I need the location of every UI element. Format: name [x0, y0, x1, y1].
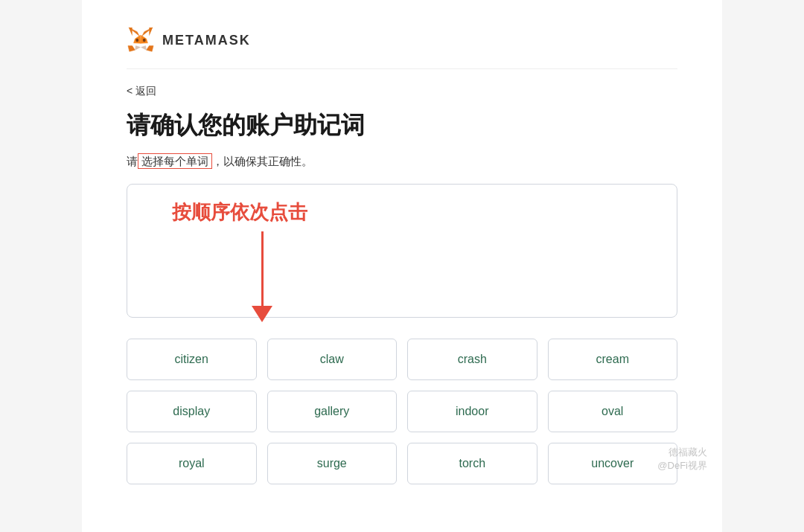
back-link[interactable]: < 返回 [127, 85, 156, 98]
word-btn-citizen[interactable]: citizen [127, 339, 257, 380]
page-container: METAMASK < 返回 请确认您的账户助记词 请选择每个单词，以确保其正确性… [82, 0, 722, 532]
word-btn-royal[interactable]: royal [127, 443, 257, 484]
svg-marker-10 [129, 28, 133, 36]
words-grid: citizenclawcrashcreamdisplaygalleryindoo… [127, 339, 677, 484]
watermark: 德福藏火 @DeFi视界 [657, 446, 707, 472]
arrow-line [261, 231, 264, 306]
svg-point-8 [135, 39, 138, 42]
word-btn-indoor[interactable]: indoor [407, 391, 537, 432]
metamask-logo-icon [127, 27, 155, 54]
arrow-down-icon [217, 231, 307, 322]
svg-point-9 [143, 39, 146, 42]
svg-marker-2 [147, 46, 153, 52]
word-btn-display[interactable]: display [127, 391, 257, 432]
description-prefix: 请 [127, 155, 138, 167]
svg-marker-11 [149, 28, 153, 36]
word-btn-torch[interactable]: torch [407, 443, 537, 484]
selection-area: 按顺序依次点击 [127, 184, 677, 318]
page-title: 请确认您的账户助记词 [127, 110, 677, 141]
word-btn-surge[interactable]: surge [267, 443, 398, 484]
watermark-line1: 德福藏火 [657, 446, 707, 459]
svg-marker-6 [135, 46, 140, 51]
watermark-line2: @DeFi视界 [657, 459, 707, 472]
header: METAMASK [127, 15, 677, 69]
arrow-head [252, 306, 272, 322]
word-btn-oval[interactable]: oval [548, 391, 678, 432]
svg-marker-3 [128, 46, 135, 52]
svg-marker-7 [141, 46, 146, 51]
description: 请选择每个单词，以确保其正确性。 [127, 155, 677, 169]
description-suffix: ，以确保其正确性。 [212, 155, 313, 167]
annotation-text: 按顺序依次点击 [172, 199, 307, 225]
word-btn-crash[interactable]: crash [407, 339, 537, 380]
app-title: METAMASK [162, 33, 251, 48]
annotation-container: 按顺序依次点击 [172, 199, 307, 322]
word-btn-cream[interactable]: cream [548, 339, 678, 380]
description-highlight: 选择每个单词 [138, 153, 212, 169]
word-btn-claw[interactable]: claw [267, 339, 398, 380]
word-btn-gallery[interactable]: gallery [267, 391, 398, 432]
